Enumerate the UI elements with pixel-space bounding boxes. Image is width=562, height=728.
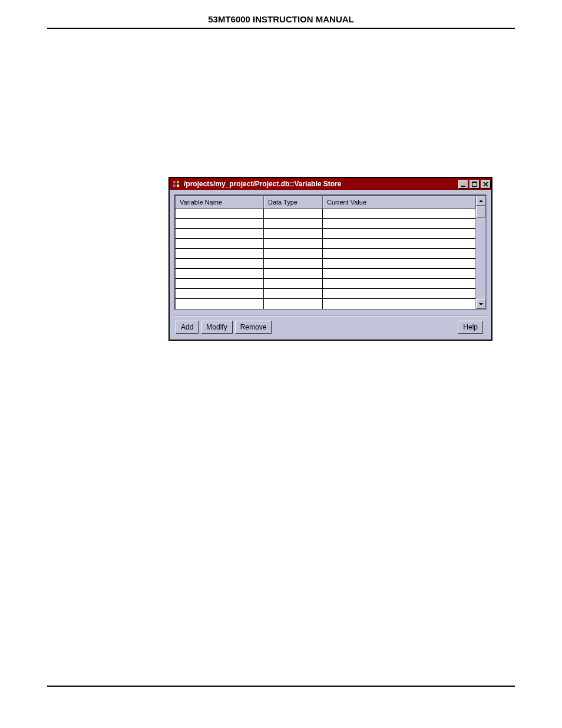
arrow-down-icon [479,303,483,305]
client-area: Variable Name Data Type Current Value [170,190,491,340]
table-row[interactable] [176,219,475,229]
scroll-up-button[interactable] [476,196,485,206]
page-footer-rule [47,686,515,687]
svg-rect-4 [177,185,179,187]
svg-marker-10 [479,200,483,202]
cell-value [323,259,475,268]
minimize-button[interactable] [458,180,468,189]
cell-value [323,219,475,228]
svg-rect-1 [173,181,176,183]
cell-value [323,289,475,298]
table-row[interactable] [176,299,475,309]
table-region: Variable Name Data Type Current Value [174,195,487,310]
cell-name [176,249,264,258]
svg-marker-11 [479,303,483,305]
table-row[interactable] [176,239,475,249]
vertical-scrollbar[interactable] [475,196,485,309]
arrow-up-icon [479,200,483,202]
table-row[interactable] [176,269,475,279]
cell-type [264,289,323,298]
table-row[interactable] [176,259,475,269]
cell-value [323,279,475,288]
cell-name [176,289,264,298]
svg-rect-3 [173,185,176,187]
table-row[interactable] [176,209,475,219]
button-bar: Add Modify Remove Help [174,317,487,335]
cell-type [264,249,323,258]
cell-value [323,209,475,218]
cell-type [264,219,323,228]
scroll-track[interactable] [476,206,485,299]
cell-name [176,229,264,238]
cell-name [176,219,264,228]
cell-type [264,239,323,248]
cell-value [323,249,475,258]
cell-type [264,229,323,238]
cell-name [176,259,264,268]
table-row[interactable] [176,289,475,299]
svg-rect-2 [177,181,179,183]
svg-rect-5 [461,186,465,187]
window-title: /projects/my_project/Project.db::Variabl… [183,180,458,188]
cell-value [323,229,475,238]
cell-name [176,239,264,248]
table-header-row: Variable Name Data Type Current Value [176,196,475,209]
modify-button[interactable]: Modify [201,321,232,334]
cell-name [176,269,264,278]
table-row[interactable] [176,249,475,259]
close-button[interactable] [481,180,491,189]
window-controls [458,179,491,190]
table-row[interactable] [176,229,475,239]
cell-name [176,209,264,218]
column-header-type[interactable]: Data Type [264,196,323,208]
cell-value [323,299,475,309]
help-button[interactable]: Help [458,321,483,334]
svg-rect-7 [472,182,477,183]
cell-type [264,279,323,288]
maximize-button[interactable] [470,180,480,189]
cell-type [264,259,323,268]
cell-type [264,299,323,309]
cell-value [323,269,475,278]
variable-table[interactable]: Variable Name Data Type Current Value [176,196,475,309]
cell-name [176,279,264,288]
column-header-value[interactable]: Current Value [323,196,475,208]
variable-store-window: /projects/my_project/Project.db::Variabl… [168,177,492,341]
page-header: 53MT6000 INSTRUCTION MANUAL [47,14,515,29]
table-body [176,209,475,309]
remove-button[interactable]: Remove [235,321,272,334]
cell-name [176,299,264,309]
cell-value [323,239,475,248]
add-button[interactable]: Add [176,321,199,334]
titlebar: /projects/my_project/Project.db::Variabl… [170,178,491,190]
app-icon [171,179,181,189]
table-row[interactable] [176,279,475,289]
cell-type [264,209,323,218]
scroll-thumb[interactable] [476,206,485,218]
cell-type [264,269,323,278]
column-header-name[interactable]: Variable Name [176,196,264,208]
scroll-down-button[interactable] [476,299,485,309]
